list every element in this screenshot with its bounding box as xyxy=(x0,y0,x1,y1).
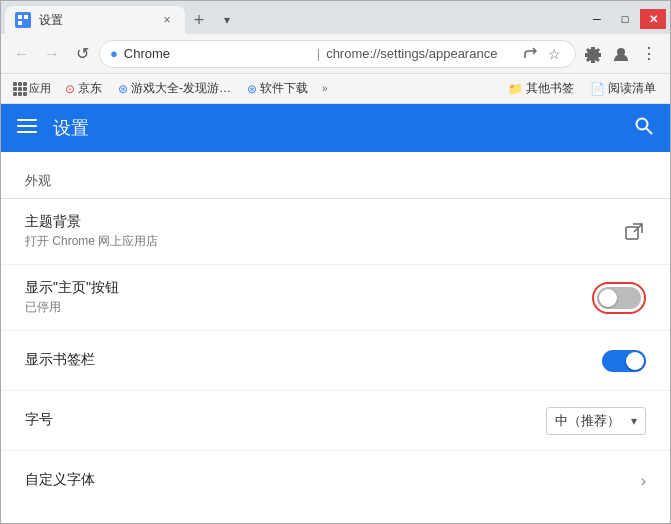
chevron-right-icon: › xyxy=(641,472,646,490)
home-button-row: 显示"主页"按钮 已停用 xyxy=(1,265,670,331)
address-box[interactable]: ● Chrome | chrome://settings/appearance … xyxy=(99,40,576,68)
font-size-control[interactable]: 中（推荐） ▾ xyxy=(546,407,646,435)
theme-control[interactable] xyxy=(622,220,646,244)
font-size-value: 中（推荐） xyxy=(555,412,623,430)
forward-button[interactable]: → xyxy=(39,41,65,67)
svg-rect-8 xyxy=(13,87,17,91)
bookmarks-bar-label: 显示书签栏 xyxy=(25,351,602,369)
tab-favicon xyxy=(15,12,31,28)
home-button-toggle[interactable] xyxy=(597,287,641,309)
svg-rect-13 xyxy=(23,92,27,96)
svg-rect-9 xyxy=(18,87,22,91)
refresh-button[interactable]: ↺ xyxy=(69,41,95,67)
more-bookmarks-button[interactable]: » xyxy=(318,81,332,96)
home-button-info: 显示"主页"按钮 已停用 xyxy=(25,279,592,316)
svg-rect-6 xyxy=(18,82,22,86)
font-size-select[interactable]: 中（推荐） ▾ xyxy=(546,407,646,435)
bookmarks-bar: 应用 ⊙ 京东 ⊛ 游戏大全-发现游戏... ⊛ 软件下载 » 📁 其他书签 📄… xyxy=(1,74,670,104)
reading-list-label: 阅读清单 xyxy=(608,80,656,97)
bookmark-games[interactable]: ⊛ 游戏大全-发现游戏... xyxy=(112,78,237,99)
jingdong-icon: ⊙ xyxy=(65,82,75,96)
back-button[interactable]: ← xyxy=(9,41,35,67)
extensions-button[interactable] xyxy=(580,41,606,67)
home-button-toggle-wrapper xyxy=(592,282,646,314)
custom-font-info: 自定义字体 xyxy=(25,471,641,491)
games-icon: ⊛ xyxy=(118,82,128,96)
address-actions: ☆ xyxy=(519,43,565,65)
home-button-control[interactable] xyxy=(592,282,646,314)
tab-close-button[interactable]: × xyxy=(159,12,175,28)
chrome-menu-button[interactable]: ⋮ xyxy=(636,41,662,67)
external-link-icon[interactable] xyxy=(622,220,646,244)
svg-rect-7 xyxy=(23,82,27,86)
svg-rect-14 xyxy=(17,119,37,121)
section-appearance: 外观 xyxy=(1,152,670,198)
bookmark-software[interactable]: ⊛ 软件下载 xyxy=(241,78,314,99)
toolbar-right: ⋮ xyxy=(580,41,662,67)
settings-title: 设置 xyxy=(53,116,618,140)
svg-rect-1 xyxy=(18,15,22,19)
tab-label: 设置 xyxy=(39,12,151,29)
titlebar: 设置 × + ▾ ─ □ ✕ xyxy=(1,1,670,34)
browser-window: 设置 × + ▾ ─ □ ✕ ← → ↺ ● Chrome | chrome:/… xyxy=(0,0,671,524)
custom-font-control[interactable]: › xyxy=(641,472,646,490)
active-tab[interactable]: 设置 × xyxy=(5,6,185,34)
folder-icon: 📁 xyxy=(508,82,523,96)
bookmarks-bar-control[interactable] xyxy=(602,350,646,372)
settings-body: 外观 主题背景 打开 Chrome 网上应用店 xyxy=(1,152,670,523)
dropdown-arrow-icon: ▾ xyxy=(631,414,637,428)
font-size-info: 字号 xyxy=(25,411,546,431)
minimize-button[interactable]: ─ xyxy=(584,9,610,29)
custom-font-row[interactable]: 自定义字体 › xyxy=(1,451,670,511)
theme-info: 主题背景 打开 Chrome 网上应用店 xyxy=(25,213,622,250)
svg-rect-3 xyxy=(18,21,22,25)
svg-rect-5 xyxy=(13,82,17,86)
svg-line-18 xyxy=(647,128,653,134)
software-icon: ⊛ xyxy=(247,82,257,96)
bookmarks-bar-info: 显示书签栏 xyxy=(25,351,602,371)
games-label: 游戏大全-发现游戏... xyxy=(131,80,231,97)
svg-rect-15 xyxy=(17,125,37,127)
apps-label: 应用 xyxy=(29,81,51,96)
svg-rect-10 xyxy=(23,87,27,91)
profile-button[interactable] xyxy=(608,41,634,67)
svg-point-17 xyxy=(637,118,648,129)
theme-label: 主题背景 xyxy=(25,213,622,231)
other-bookmarks[interactable]: 📁 其他书签 xyxy=(502,78,580,99)
other-bookmarks-label: 其他书签 xyxy=(526,80,574,97)
reading-list[interactable]: 📄 阅读清单 xyxy=(584,78,662,99)
secure-icon: ● xyxy=(110,46,118,61)
share-icon[interactable] xyxy=(519,43,541,65)
svg-rect-16 xyxy=(17,131,37,133)
jingdong-label: 京东 xyxy=(78,80,102,97)
theme-sublabel: 打开 Chrome 网上应用店 xyxy=(25,233,622,250)
svg-rect-12 xyxy=(18,92,22,96)
apps-button[interactable]: 应用 xyxy=(9,79,55,98)
address-separator: | xyxy=(317,46,320,61)
home-button-sublabel: 已停用 xyxy=(25,299,592,316)
close-button[interactable]: ✕ xyxy=(640,9,666,29)
software-label: 软件下载 xyxy=(260,80,308,97)
tab-area: 设置 × + ▾ xyxy=(1,1,584,34)
svg-rect-11 xyxy=(13,92,17,96)
bookmark-jingdong[interactable]: ⊙ 京东 xyxy=(59,78,108,99)
bookmarks-bar-row: 显示书签栏 xyxy=(1,331,670,391)
toggle-knob xyxy=(599,289,617,307)
maximize-button[interactable]: □ xyxy=(612,9,638,29)
star-icon[interactable]: ☆ xyxy=(543,43,565,65)
font-size-label: 字号 xyxy=(25,411,546,429)
addressbar: ← → ↺ ● Chrome | chrome://settings/appea… xyxy=(1,34,670,74)
hamburger-icon[interactable] xyxy=(17,116,37,141)
settings-search-icon[interactable] xyxy=(634,116,654,141)
window-controls: ─ □ ✕ xyxy=(584,5,670,29)
reading-icon: 📄 xyxy=(590,82,605,96)
new-tab-button[interactable]: + xyxy=(185,6,213,34)
theme-row: 主题背景 打开 Chrome 网上应用店 xyxy=(1,199,670,265)
custom-font-label: 自定义字体 xyxy=(25,471,641,489)
bookmarks-bar-toggle[interactable] xyxy=(602,350,646,372)
toggle-knob-on xyxy=(626,352,644,370)
svg-rect-2 xyxy=(24,15,28,19)
address-url: chrome://settings/appearance xyxy=(326,46,513,61)
tab-dropdown-button[interactable]: ▾ xyxy=(213,6,241,34)
font-size-row: 字号 中（推荐） ▾ xyxy=(1,391,670,451)
